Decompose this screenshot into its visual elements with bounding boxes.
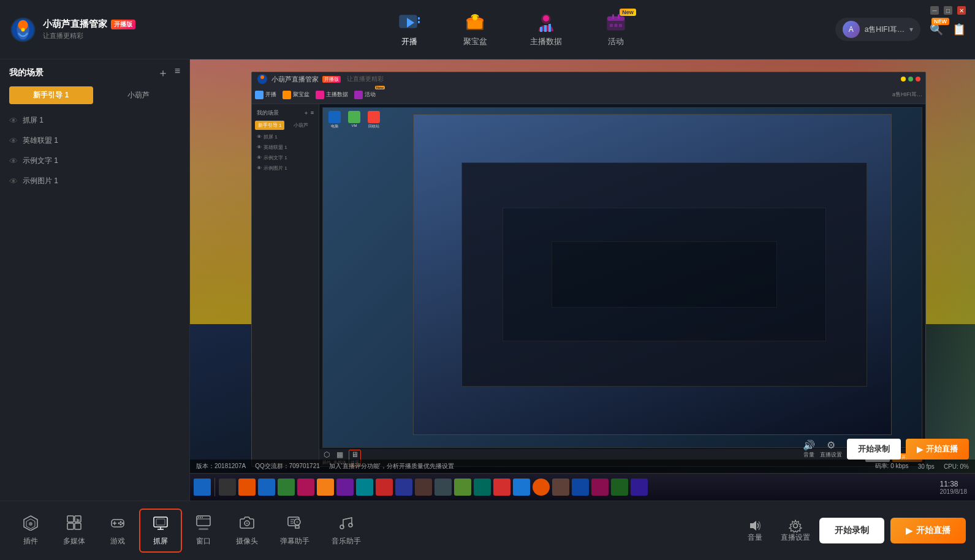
preview-record-button[interactable]: 开始录制	[847, 439, 901, 460]
sidebar: 我的场景 ＋ ≡ 新手引导 1 小葫芦 👁 抓屏 1 👁 英雄联盟 1	[0, 59, 190, 501]
scene-list: 👁 抓屏 1 👁 英雄联盟 1 👁 示例文字 1 👁 示例图片 1	[0, 110, 189, 191]
svg-rect-20	[612, 14, 614, 19]
sidebar-tabs: 新手引导 1 小葫芦	[0, 86, 189, 104]
nested-kaibo-tab: 开播	[255, 91, 276, 99]
svg-rect-15	[540, 27, 542, 32]
taskbar-icon-22	[631, 479, 648, 496]
preview-live-button[interactable]: ▶ 开始直播	[906, 439, 969, 460]
search-new-badge: NEW	[931, 18, 949, 25]
nested-app-titlebar: 小葫芦直播管家 开播版 让直播更精彩	[252, 72, 925, 86]
taskbar-icon-7	[336, 479, 354, 496]
svg-rect-17	[548, 24, 551, 32]
nested-logo-icon	[257, 74, 268, 85]
preview-settings-button[interactable]: ⚙ 直播设置	[820, 439, 842, 459]
close-button[interactable]: ✕	[957, 6, 966, 15]
nested-subtitle: 让直播更精彩	[347, 75, 384, 83]
nested-maximize	[908, 77, 913, 81]
svg-point-26	[260, 75, 264, 79]
scene-label-capture: 抓屏 1	[23, 115, 44, 126]
recursion-level-4	[461, 162, 868, 386]
tool-prompter[interactable]: 弹幕助手	[269, 510, 321, 551]
nested-zhubo-icon	[316, 91, 324, 99]
maximize-button[interactable]: □	[944, 6, 952, 15]
scene-item-image[interactable]: 👁 示例图片 1	[3, 171, 186, 191]
capture-icon	[153, 515, 169, 534]
tab-guide[interactable]: 新手引导 1	[9, 86, 93, 104]
svg-point-48	[198, 517, 199, 518]
taskbar-icon-18	[552, 479, 569, 496]
svg-rect-23	[614, 24, 617, 27]
settings-button[interactable]: 直播设置	[772, 514, 819, 548]
svg-point-49	[200, 517, 201, 518]
tool-capture[interactable]: 抓屏	[139, 509, 182, 553]
svg-point-4	[21, 28, 25, 31]
recursion-level-6	[552, 241, 778, 308]
svg-rect-7	[418, 17, 420, 20]
deeper-preview	[413, 114, 892, 435]
preview-volume-button[interactable]: 🔊 音量	[803, 439, 815, 459]
taskbar-divider	[214, 478, 215, 496]
svg-rect-11	[468, 20, 482, 29]
scene-item-text[interactable]: 👁 示例文字 1	[3, 151, 186, 171]
window-label: 窗口	[196, 536, 211, 547]
nested-user-area: a售HIFI耳…	[892, 91, 922, 99]
svg-rect-45	[156, 519, 165, 525]
nav-tab-zhubo[interactable]: 主播数据	[509, 6, 583, 53]
logo-area: 小葫芦直播管家 开播版 让直播更精彩	[0, 16, 190, 44]
svg-point-40	[120, 524, 122, 526]
huodong-label: 活动	[608, 36, 624, 47]
tool-camera[interactable]: 摄像头	[225, 510, 269, 551]
sidebar-actions: ＋ ≡	[157, 66, 180, 80]
record-button[interactable]: 开始录制	[819, 518, 884, 543]
taskbar-icon-2	[238, 479, 256, 496]
deepest-bg	[414, 115, 892, 434]
taskbar-icon-13	[454, 479, 471, 496]
tool-music[interactable]: 音乐助手	[321, 510, 372, 551]
join-text: 加入'直播评分功能'，分析开播质量优先播设置	[329, 462, 454, 471]
tool-plugin[interactable]: 插件	[9, 510, 52, 551]
volume-button[interactable]: 音量	[738, 514, 772, 548]
nested-desktop-icons: 电脑 VM 回收站	[323, 108, 385, 132]
svg-line-61	[343, 518, 352, 520]
tool-game[interactable]: 游戏	[96, 510, 139, 551]
nav-tab-huodong[interactable]: New 活动	[583, 6, 648, 53]
scene-list-button[interactable]: ≡	[175, 66, 180, 80]
capture-label: 抓屏	[153, 536, 168, 547]
user-info[interactable]: A a售HIFI耳… ▾	[835, 18, 920, 41]
taskbar-icon-3	[258, 479, 275, 496]
nav-tab-jubao[interactable]: 聚宝盆	[442, 6, 509, 53]
svg-point-14	[543, 15, 549, 21]
taskbar-icon-19	[572, 479, 589, 496]
svg-rect-32	[67, 523, 74, 529]
tab-gourd[interactable]: 小葫芦	[96, 86, 180, 104]
svg-point-63	[794, 523, 798, 528]
scene-item-league[interactable]: 👁 英雄联盟 1	[3, 131, 186, 151]
search-icon[interactable]: 🔍 NEW	[930, 23, 943, 36]
sidebar-title: 我的场景	[9, 67, 44, 78]
minimize-button[interactable]: ─	[930, 6, 939, 15]
recursive-preview: 11:38 2019/8/18 小葫芦直播管家 开播版 让直播更精彩	[190, 59, 975, 501]
svg-rect-33	[75, 523, 81, 529]
scene-label-image: 示例图片 1	[23, 176, 58, 186]
tool-window[interactable]: 窗口	[182, 510, 225, 551]
nav-tab-kaibo[interactable]: 开播	[377, 6, 442, 53]
live-button[interactable]: ▶ 开始直播	[890, 518, 966, 543]
taskbar-icon-8	[356, 479, 373, 496]
play-icon-preview: ▶	[917, 445, 923, 454]
scene-item-capture[interactable]: 👁 抓屏 1	[3, 110, 186, 131]
prompter-icon	[287, 515, 303, 534]
zhubo-label: 主播数据	[530, 36, 562, 47]
scene-label-league: 英雄联盟 1	[23, 135, 58, 146]
eye-icon-league: 👁	[9, 136, 18, 146]
play-icon-live: ▶	[906, 526, 912, 535]
tool-media[interactable]: 多媒体	[52, 510, 96, 551]
music-icon	[338, 515, 354, 534]
svg-rect-24	[619, 24, 622, 27]
clipboard-icon[interactable]: 📋	[952, 23, 966, 36]
title-right: A a售HIFI耳… ▾ 🔍 NEW 📋	[835, 18, 975, 41]
svg-marker-34	[77, 518, 80, 522]
zhubo-icon	[535, 12, 557, 34]
nested-huodong-tab: 活动 New	[354, 91, 376, 99]
add-scene-button[interactable]: ＋	[157, 66, 169, 80]
taskbar-icon-start	[194, 479, 211, 496]
